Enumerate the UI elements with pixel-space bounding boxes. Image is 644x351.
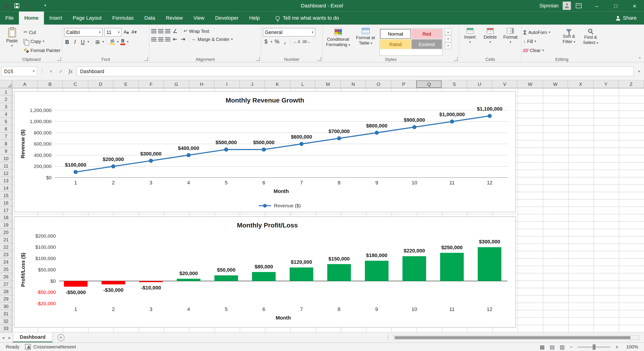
column-header-S-17[interactable]: S: [442, 80, 467, 88]
column-header-M-12[interactable]: M: [316, 80, 341, 88]
bar-month-1[interactable]: [64, 281, 88, 287]
wrap-text-button[interactable]: Wrap Text: [189, 28, 209, 33]
sheet-nav-left-icon[interactable]: ◂: [0, 335, 6, 340]
collapse-ribbon-icon[interactable]: ^: [639, 56, 640, 61]
conditional-formatting-button[interactable]: Conditional Formatting ▾: [324, 26, 352, 56]
bold-button[interactable]: B: [64, 39, 70, 45]
row-header-13[interactable]: 13: [0, 177, 12, 184]
delete-cells-button[interactable]: Delete ▾: [481, 26, 499, 56]
row-header-29[interactable]: 29: [0, 295, 12, 303]
cancel-icon[interactable]: ×: [47, 68, 55, 74]
percent-style-button[interactable]: %: [274, 39, 280, 45]
column-header-C-2[interactable]: C: [63, 80, 88, 88]
column-header-B-1[interactable]: B: [38, 80, 63, 88]
new-sheet-button[interactable]: +: [58, 334, 64, 341]
gallery-up-icon[interactable]: ▴: [445, 28, 452, 35]
row-header-22[interactable]: 22: [0, 243, 12, 251]
row-header-6[interactable]: 6: [0, 125, 12, 133]
underline-button[interactable]: U: [80, 39, 86, 45]
select-all-corner[interactable]: [0, 80, 12, 88]
row-header-23[interactable]: 23: [0, 251, 12, 258]
zoom-slider[interactable]: [578, 346, 610, 348]
row-header-31[interactable]: 31: [0, 310, 12, 318]
bar-month-7[interactable]: [290, 268, 313, 281]
page-break-view-icon[interactable]: ▥: [560, 344, 564, 350]
font-color-icon[interactable]: B: [120, 39, 125, 45]
minimize-button[interactable]: –: [587, 0, 606, 11]
column-header-U-18[interactable]: U: [467, 80, 492, 88]
orientation-icon[interactable]: ∠: [172, 28, 178, 34]
save-icon[interactable]: [14, 3, 20, 8]
row-header-7[interactable]: 7: [0, 133, 12, 140]
align-center-icon[interactable]: [158, 37, 164, 42]
column-header-J-9[interactable]: J: [240, 80, 265, 88]
column-header-A-0[interactable]: A: [12, 80, 38, 88]
row-header-14[interactable]: 14: [0, 184, 12, 192]
customize-quick-access-icon[interactable]: ▾: [44, 4, 46, 7]
share-button[interactable]: Share: [616, 11, 644, 25]
name-box[interactable]: D15 ▾: [1, 66, 37, 76]
undo-icon[interactable]: ↶: [25, 3, 29, 8]
accounting-format-button[interactable]: $: [263, 39, 269, 45]
insert-function-icon[interactable]: fx: [66, 68, 74, 74]
row-header-32[interactable]: 32: [0, 317, 12, 325]
row-header-20[interactable]: 20: [0, 229, 12, 236]
autosum-button[interactable]: Σ AutoForn ▾: [523, 28, 557, 36]
tab-file[interactable]: File: [0, 11, 19, 25]
row-header-15[interactable]: 15: [0, 192, 12, 199]
row-header-18[interactable]: 18: [0, 214, 12, 221]
row-header-21[interactable]: 21: [0, 236, 12, 243]
cut-button[interactable]: ✂ Cut: [24, 28, 60, 36]
column-header-X-22[interactable]: X: [568, 80, 593, 88]
dialog-launcher-icon[interactable]: [57, 57, 61, 61]
column-header-E-4[interactable]: E: [114, 80, 139, 88]
avatar[interactable]: [563, 1, 571, 10]
tab-home[interactable]: Home: [19, 11, 44, 25]
row-header-28[interactable]: 28: [0, 288, 12, 295]
decrease-indent-icon[interactable]: ⇤: [172, 36, 178, 42]
cell-style-ralod[interactable]: Ralod: [380, 39, 411, 49]
font-family-select[interactable]: Calibri ▾: [64, 28, 103, 36]
bar-month-2[interactable]: [102, 281, 125, 284]
redo-icon[interactable]: ↷: [34, 3, 39, 8]
bar-month-12[interactable]: [478, 247, 502, 281]
tab-review[interactable]: Review: [160, 11, 188, 25]
row-header-25[interactable]: 25: [0, 266, 12, 273]
cell-style-red[interactable]: Red: [411, 29, 442, 39]
bar-month-11[interactable]: [440, 253, 464, 281]
tab-insert[interactable]: Insert: [44, 11, 68, 25]
column-header-Y-23[interactable]: Y: [594, 80, 619, 88]
gallery-more-icon[interactable]: ▾: [445, 42, 452, 49]
zoom-level[interactable]: 100%: [624, 345, 638, 350]
tab-data[interactable]: Data: [139, 11, 160, 25]
tell-me-box[interactable]: Tell me what wants to do: [276, 11, 339, 25]
column-header-W-20[interactable]: W: [518, 80, 543, 88]
increase-decimal-button[interactable]: ←.0: [293, 39, 300, 44]
number-format-select[interactable]: General ▾: [263, 28, 316, 36]
zoom-in-icon[interactable]: +: [616, 344, 618, 350]
accessibility-status[interactable]: Cnssnowerwhteseet: [25, 344, 76, 350]
row-header-4[interactable]: 4: [0, 110, 12, 118]
align-left-icon[interactable]: [151, 37, 156, 42]
shrink-font-button[interactable]: A▾: [131, 30, 137, 35]
row-header-17[interactable]: 17: [0, 206, 12, 214]
row-header-9[interactable]: 9: [0, 147, 12, 155]
expand-formula-bar-icon[interactable]: ▾: [636, 69, 643, 73]
column-header-V-19[interactable]: V: [492, 80, 518, 88]
dialog-launcher-icon[interactable]: [454, 57, 458, 61]
bar-month-3[interactable]: [139, 281, 163, 282]
row-header-30[interactable]: 30: [0, 303, 12, 310]
normal-view-icon[interactable]: ▦: [540, 344, 545, 350]
page-layout-view-icon[interactable]: ▤: [550, 344, 555, 350]
fill-color-icon[interactable]: [109, 39, 116, 45]
dialog-launcher-icon[interactable]: [144, 57, 148, 61]
scrollbar-thumb[interactable]: [395, 336, 630, 339]
format-cells-button[interactable]: Format ▾: [502, 26, 520, 56]
decrease-decimal-button[interactable]: .00→: [302, 39, 310, 44]
maximize-button[interactable]: □: [606, 0, 625, 11]
dialog-launcher-icon[interactable]: [317, 57, 321, 61]
dialog-launcher-icon[interactable]: [256, 57, 260, 61]
tab-help[interactable]: Help: [244, 11, 265, 25]
bar-month-8[interactable]: [327, 264, 351, 281]
column-header-O-14[interactable]: O: [366, 80, 391, 88]
